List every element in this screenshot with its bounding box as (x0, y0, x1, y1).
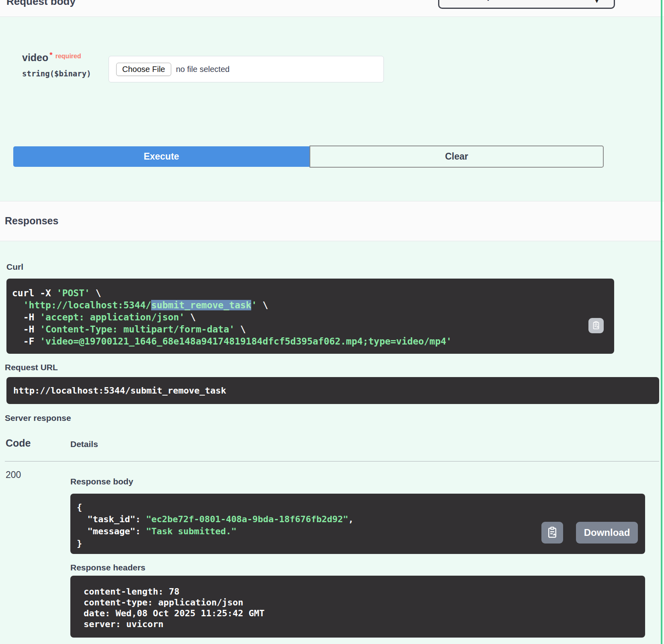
request-body-section-header: Request body multipart/form-data ▾ (0, 0, 664, 17)
table-divider (5, 461, 659, 461)
copy-curl-button[interactable] (588, 318, 604, 333)
param-type: string($binary) (22, 69, 91, 78)
selected-text: submit_remove_task (151, 300, 251, 310)
curl-line-1: curl -X 'POST' \ (12, 287, 609, 299)
param-name-video: video*required (22, 51, 81, 64)
request-body-title: Request body (6, 0, 76, 8)
required-asterisk: * (49, 51, 52, 59)
request-url-label: Request URL (5, 363, 58, 372)
response-header-line: date: Wed,08 Oct 2025 11:25:42 GMT (84, 608, 639, 619)
curl-line-4: -H 'Content-Type: multipart/form-data' \ (12, 323, 609, 335)
file-selected-status: no file selected (176, 65, 230, 74)
status-code: 200 (6, 470, 21, 480)
curl-command-block: curl -X 'POST' \ 'http://localhost:5344/… (6, 279, 614, 354)
request-url-value: http://localhost:5344/submit_remove_task (13, 386, 226, 396)
opblock-right-border (661, 0, 662, 644)
response-headers-block: content-length: 78 content-type: applica… (70, 576, 645, 638)
curl-label: Curl (6, 262, 23, 272)
responses-section-header: Responses (0, 201, 664, 241)
json-line-open: { (77, 501, 639, 513)
response-header-line: content-length: 78 (84, 586, 639, 597)
response-header-line: content-type: application/json (84, 597, 639, 608)
clear-button[interactable]: Clear (309, 146, 604, 168)
copy-icon (592, 321, 600, 331)
curl-line-3: -H 'accept: application/json' \ (12, 311, 609, 323)
choose-file-button[interactable]: Choose File (116, 63, 171, 76)
response-header-line: server: uvicorn (84, 619, 639, 630)
content-type-selected-value: multipart/form-data (466, 0, 547, 1)
response-body-label: Response body (70, 477, 133, 486)
execute-button[interactable]: Execute (13, 146, 309, 167)
copy-response-button[interactable] (541, 522, 563, 544)
server-response-label: Server response (5, 413, 71, 423)
request-body-editor-area (0, 17, 664, 201)
responses-title: Responses (5, 215, 58, 227)
curl-line-5: -F 'video=@19700121_1646_68e148a94174819… (12, 335, 609, 347)
required-label: required (55, 53, 81, 59)
content-type-dropdown[interactable]: multipart/form-data ▾ (438, 0, 615, 9)
code-column-header: Code (6, 437, 31, 449)
chevron-down-icon: ▾ (595, 0, 598, 5)
response-headers-label: Response headers (70, 563, 146, 572)
details-column-header: Details (70, 439, 98, 449)
request-url-block: http://localhost:5344/submit_remove_task (6, 377, 659, 404)
download-button[interactable]: Download (576, 522, 638, 544)
copy-icon (546, 526, 558, 539)
file-upload-field[interactable]: Choose File no file selected (109, 56, 384, 82)
curl-line-2: 'http://localhost:5344/submit_remove_tas… (12, 299, 609, 311)
swagger-operation-panel: Request body multipart/form-data ▾ video… (0, 0, 664, 644)
param-name-text: video (22, 52, 48, 63)
